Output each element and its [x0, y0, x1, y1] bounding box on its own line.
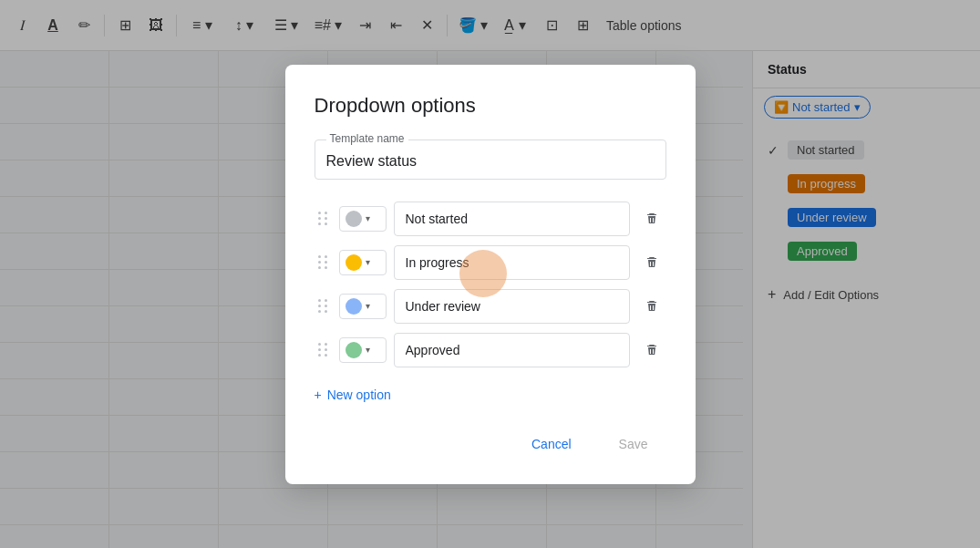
drag-handle-3[interactable]: [315, 295, 332, 316]
option-input-3[interactable]: [394, 289, 630, 324]
dropdown-options-modal: Dropdown options Template name Review st…: [285, 65, 696, 484]
options-list: ▾ ▾: [315, 202, 666, 367]
template-name-field: Template name Review status: [315, 140, 666, 180]
option-row-2: ▾: [315, 245, 666, 280]
modal-footer: Cancel Save: [315, 429, 666, 459]
delete-btn-3[interactable]: [637, 292, 666, 321]
color-arrow-3: ▾: [366, 301, 370, 311]
template-name-label: Template name: [326, 132, 408, 145]
new-option-button[interactable]: + New option: [315, 382, 391, 408]
modal-title: Dropdown options: [315, 94, 666, 118]
option-row-4: ▾: [315, 333, 666, 367]
color-select-3[interactable]: ▾: [339, 294, 387, 319]
color-arrow-4: ▾: [366, 345, 370, 355]
delete-btn-4[interactable]: [637, 336, 666, 365]
option-input-2[interactable]: [394, 245, 630, 280]
new-option-label: New option: [327, 388, 391, 402]
drag-handle-2[interactable]: [315, 252, 332, 273]
color-dot-3: [346, 298, 362, 315]
save-button[interactable]: Save: [601, 429, 666, 459]
option-input-4[interactable]: [394, 333, 630, 367]
color-dot-4: [346, 342, 362, 358]
template-name-value[interactable]: Review status: [326, 153, 655, 170]
color-arrow-2: ▾: [366, 257, 370, 267]
option-row-1: ▾: [315, 202, 666, 236]
color-arrow-1: ▾: [366, 213, 370, 223]
color-dot-1: [346, 211, 362, 227]
color-select-1[interactable]: ▾: [339, 206, 387, 232]
delete-btn-1[interactable]: [637, 204, 666, 233]
color-select-4[interactable]: ▾: [339, 337, 387, 363]
color-dot-2: [346, 254, 362, 271]
option-row-3: ▾: [315, 289, 666, 324]
new-option-plus-icon: +: [315, 388, 322, 402]
delete-btn-2[interactable]: [637, 248, 666, 277]
drag-handle-4[interactable]: [315, 339, 332, 360]
option-input-1[interactable]: [394, 202, 630, 236]
color-select-2[interactable]: ▾: [339, 250, 387, 275]
cancel-button[interactable]: Cancel: [513, 429, 590, 459]
drag-handle-1[interactable]: [315, 208, 332, 229]
